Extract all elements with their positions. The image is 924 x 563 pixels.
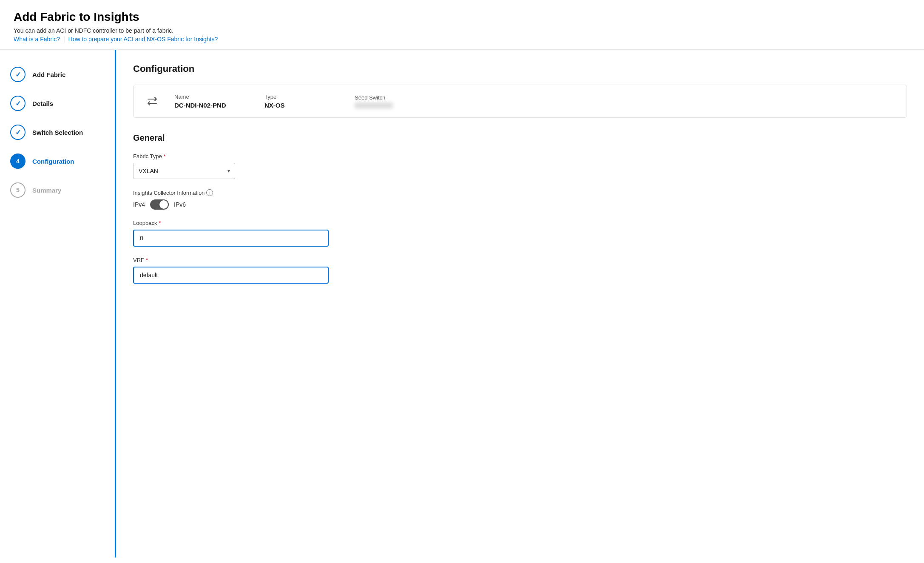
loopback-required: * (159, 220, 161, 226)
fabric-type-group: Fabric Type* VXLAN Classic LAN External … (133, 153, 907, 179)
check-icon-2: ✓ (15, 100, 21, 108)
step-circle-3: ✓ (10, 125, 26, 140)
step-switch-selection[interactable]: ✓ Switch Selection (10, 125, 104, 140)
insights-collector-label-text: Insights Collector Information (133, 190, 205, 196)
loopback-label-text: Loopback (133, 220, 157, 226)
loopback-input[interactable] (133, 230, 329, 247)
step-add-fabric[interactable]: ✓ Add Fabric (10, 67, 104, 82)
step-circle-5: 5 (10, 182, 26, 198)
fabric-type-label: Type (264, 94, 341, 100)
fabric-name-value: DC-NDI-N02-PND (174, 102, 251, 109)
page-wrapper: Add Fabric to Insights You can add an AC… (0, 0, 924, 563)
general-section-title: General (133, 133, 907, 143)
main-content: Configuration Name DC-NDI-N02-PND Type N… (115, 50, 924, 557)
step-number-5: 5 (16, 187, 20, 193)
vrf-required: * (146, 257, 148, 263)
sidebar: ✓ Add Fabric ✓ Details ✓ Switch Selectio… (0, 50, 115, 557)
step-details[interactable]: ✓ Details (10, 96, 104, 111)
check-icon-1: ✓ (15, 71, 21, 79)
transfer-icon (144, 94, 161, 108)
configuration-section-title: Configuration (133, 63, 907, 74)
insights-collector-label-row: Insights Collector Information i (133, 189, 907, 196)
step-label-3: Switch Selection (32, 129, 83, 136)
fabric-name-field: Name DC-NDI-N02-PND (174, 94, 251, 109)
check-icon-3: ✓ (15, 128, 21, 136)
step-label-1: Add Fabric (32, 71, 65, 78)
vrf-label-text: VRF (133, 257, 144, 263)
link-what-is-fabric[interactable]: What is a Fabric? (14, 36, 60, 43)
vrf-input[interactable] (133, 267, 329, 284)
step-circle-1: ✓ (10, 67, 26, 82)
step-label-5: Summary (32, 187, 61, 194)
insights-collector-group: Insights Collector Information i IPv4 IP… (133, 189, 907, 210)
general-section: General Fabric Type* VXLAN Classic LAN E… (133, 133, 907, 284)
info-icon[interactable]: i (206, 189, 213, 196)
step-number-4: 4 (16, 158, 20, 165)
seed-switch-blurred (355, 102, 393, 108)
loopback-group: Loopback* (133, 220, 907, 247)
step-configuration[interactable]: 4 Configuration (10, 154, 104, 169)
vrf-group: VRF* (133, 257, 907, 284)
fabric-type-label-row: Fabric Type* (133, 153, 907, 159)
ipv6-label: IPv6 (174, 201, 186, 208)
page-title: Add Fabric to Insights (14, 10, 910, 24)
loopback-label-row: Loopback* (133, 220, 907, 226)
ipv4-label: IPv4 (133, 201, 145, 208)
fabric-seed-field: Seed Switch (355, 94, 431, 108)
toggle-knob (159, 200, 168, 209)
fabric-type-label-text: Fabric Type (133, 153, 162, 159)
fabric-card: Name DC-NDI-N02-PND Type NX-OS Seed Swit… (133, 85, 907, 118)
step-circle-2: ✓ (10, 96, 26, 111)
page-header: Add Fabric to Insights You can add an AC… (0, 0, 924, 50)
step-summary[interactable]: 5 Summary (10, 182, 104, 198)
page-subtitle: You can add an ACI or NDFC controller to… (14, 27, 910, 34)
content-area: ✓ Add Fabric ✓ Details ✓ Switch Selectio… (0, 50, 924, 557)
ipv-toggle-row: IPv4 IPv6 (133, 199, 907, 210)
header-links: What is a Fabric? | How to prepare your … (14, 36, 910, 43)
ipv4-ipv6-toggle[interactable] (150, 199, 169, 210)
vrf-label-row: VRF* (133, 257, 907, 263)
fabric-type-required: * (164, 153, 166, 159)
fabric-seed-label: Seed Switch (355, 94, 431, 101)
fabric-type-field: Type NX-OS (264, 94, 341, 109)
step-label-4: Configuration (32, 158, 74, 165)
fabric-name-label: Name (174, 94, 251, 100)
fabric-type-select-wrapper: VXLAN Classic LAN External Connectivity … (133, 163, 235, 179)
fabric-type-value: NX-OS (264, 102, 341, 109)
fabric-type-select[interactable]: VXLAN Classic LAN External Connectivity … (133, 163, 235, 179)
link-how-to-prepare[interactable]: How to prepare your ACI and NX-OS Fabric… (68, 36, 218, 43)
step-circle-4: 4 (10, 154, 26, 169)
step-label-2: Details (32, 100, 53, 107)
link-divider: | (63, 36, 65, 43)
